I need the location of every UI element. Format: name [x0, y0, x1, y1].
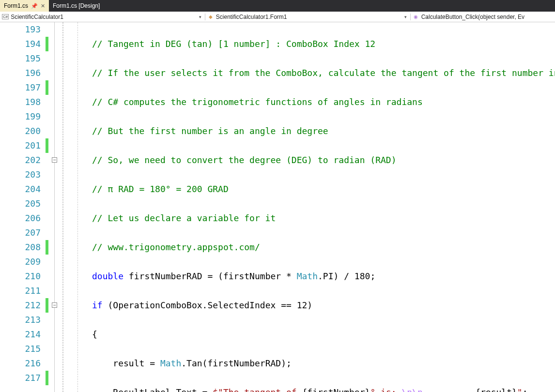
outline-guide-line: [54, 22, 55, 392]
tab-label: Form1.cs: [4, 2, 28, 9]
change-mark: [45, 196, 49, 211]
nav-method-text: CalculateButton_Click(object sender, Ev: [421, 14, 553, 20]
code-nav-bar: C# ScientificCalculator1 ▾ ◆ ScientificC…: [0, 12, 555, 22]
line-number: 210: [0, 269, 41, 284]
change-mark: [45, 124, 49, 138]
code-editor[interactable]: 1931941951961971981992002012022032042052…: [0, 22, 555, 392]
tab-form1-cs[interactable]: Form1.cs 📌 ✕: [0, 0, 49, 12]
indent-guides: [63, 22, 92, 392]
line-number: 204: [0, 182, 41, 196]
code-comment: // www.trigonometry.appspot.com/: [92, 242, 260, 252]
change-mark: [46, 37, 48, 51]
change-mark: [45, 342, 49, 356]
line-number: 195: [0, 51, 41, 66]
code-text: .Tan(firstNumberRAD);: [181, 358, 292, 368]
outline-column: −−: [49, 22, 63, 392]
change-mark: [45, 255, 49, 269]
code-escape: \n\n: [401, 387, 422, 392]
code-string: The tangent of: [223, 387, 302, 392]
code-fold-toggle[interactable]: −: [52, 302, 57, 308]
change-mark: [45, 95, 49, 109]
line-number: 214: [0, 327, 41, 342]
chevron-down-icon: ▾: [403, 15, 408, 19]
line-number: 199: [0, 109, 41, 124]
close-icon[interactable]: ✕: [41, 3, 45, 9]
line-number: 202: [0, 153, 41, 167]
nav-class-text: ScientificCalculator1.Form1: [216, 14, 401, 20]
code-content[interactable]: // Tangent in DEG (tan) [1 number] : Com…: [92, 22, 555, 392]
change-mark: [45, 182, 49, 196]
line-number-gutter: 1931941951961971981992002012022032042052…: [0, 22, 45, 392]
nav-project-dropdown[interactable]: C# ScientificCalculator1 ▾: [0, 14, 205, 20]
code-type: Math: [297, 271, 318, 281]
code-string: $": [213, 387, 223, 392]
change-mark: [46, 371, 48, 385]
code-comment: // If the user selects it from the Combo…: [92, 68, 555, 78]
pin-icon[interactable]: 📌: [31, 3, 38, 9]
code-interpolation: {result}: [475, 387, 517, 392]
line-number: 217: [0, 371, 41, 385]
line-number: 205: [0, 196, 41, 211]
csharp-project-icon: C#: [2, 14, 9, 19]
line-number: 196: [0, 66, 41, 80]
code-text: .PI) / 180;: [318, 271, 375, 281]
code-text: ResultLabel.Text =: [92, 387, 213, 392]
code-interpolation: {firstNumber}: [302, 387, 370, 392]
code-comment: // π RAD = 180° = 200 GRAD: [92, 184, 229, 194]
line-number: 200: [0, 124, 41, 138]
chevron-down-icon: ▾: [198, 15, 203, 19]
code-text: (OperationComboBox.SelectedIndex == 12): [103, 300, 312, 310]
line-number: 193: [0, 22, 41, 37]
change-mark: [45, 284, 49, 298]
line-number: 194: [0, 37, 41, 51]
change-mark: [45, 313, 49, 327]
method-icon: ◉: [413, 14, 419, 20]
code-text: result =: [92, 358, 160, 368]
code-keyword: if: [92, 300, 103, 310]
line-number: 212: [0, 298, 41, 313]
code-string: [423, 387, 475, 392]
change-mark: [46, 240, 48, 255]
change-mark: [45, 167, 49, 182]
code-comment: // But the first number is an angle in d…: [92, 126, 328, 136]
change-mark: [45, 22, 49, 37]
nav-class-dropdown[interactable]: ◆ ScientificCalculator1.Form1 ▾: [205, 14, 411, 20]
change-mark: [46, 80, 48, 95]
code-comment: // C# computes the trigonometric functio…: [92, 97, 423, 107]
code-string: ° is:: [370, 387, 401, 392]
line-number: 207: [0, 226, 41, 240]
change-mark: [45, 269, 49, 284]
change-mark: [46, 298, 48, 313]
code-fold-toggle[interactable]: −: [52, 157, 57, 163]
change-mark: [45, 211, 49, 226]
code-comment: // Let us declare a variable for it: [92, 213, 276, 223]
class-icon: ◆: [207, 14, 214, 20]
code-text: firstNumberRAD = (firstNumber *: [123, 271, 297, 281]
document-tab-bar: Form1.cs 📌 ✕ Form1.cs [Design]: [0, 0, 555, 12]
code-text: ;: [523, 387, 528, 392]
change-mark: [46, 138, 48, 153]
change-mark: [45, 153, 49, 167]
line-number: 215: [0, 342, 41, 356]
line-number: 201: [0, 138, 41, 153]
code-type: Math: [160, 358, 181, 368]
change-mark: [45, 356, 49, 371]
line-number: 198: [0, 95, 41, 109]
tab-label: Form1.cs [Design]: [53, 2, 100, 9]
change-mark: [45, 226, 49, 240]
line-number: 209: [0, 255, 41, 269]
line-number: 211: [0, 284, 41, 298]
line-number: 197: [0, 80, 41, 95]
line-number: 216: [0, 356, 41, 371]
change-mark: [45, 327, 49, 342]
tab-form1-design[interactable]: Form1.cs [Design]: [49, 0, 104, 12]
code-keyword: double: [92, 271, 123, 281]
change-mark: [45, 109, 49, 124]
code-string: ": [517, 387, 523, 392]
code-brace: {: [92, 329, 97, 339]
nav-project-text: ScientificCalculator1: [11, 14, 196, 20]
line-number: 203: [0, 167, 41, 182]
change-mark: [45, 66, 49, 80]
nav-method-dropdown[interactable]: ◉ CalculateButton_Click(object sender, E…: [411, 14, 555, 20]
change-indicator-column: [45, 22, 49, 392]
